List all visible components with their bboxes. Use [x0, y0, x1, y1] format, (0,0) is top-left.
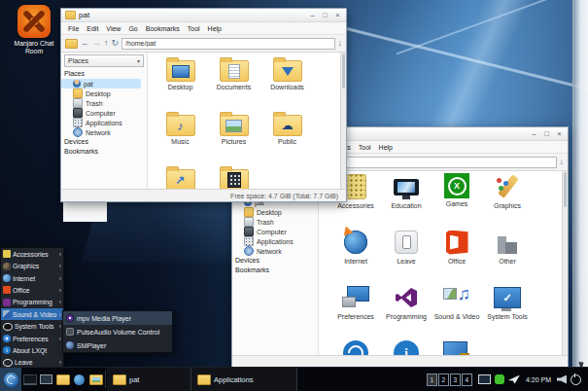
menu-tool[interactable]: Tool [355, 144, 375, 151]
app-graphics[interactable]: Graphics [482, 171, 533, 227]
sidebar-item-trash[interactable]: Trash [232, 217, 312, 227]
notifier-tray-icon[interactable] [495, 374, 504, 384]
taskbar-task-pat[interactable]: pat [107, 368, 191, 391]
wallpaper-beam [325, 22, 588, 98]
menu-item-about-lxqt[interactable]: iAbout LXQt [1, 344, 63, 356]
app-preferences[interactable]: Preferences [330, 282, 381, 338]
menu-item-accessories[interactable]: Accessories› [1, 248, 63, 260]
sidebar-item-desktop[interactable]: Desktop [61, 89, 141, 98]
address-dropdown-button[interactable]: ↓ [338, 39, 343, 48]
sidebar-section-devices[interactable]: Devices [61, 137, 147, 147]
address-bar[interactable] [121, 38, 334, 50]
quicklaunch-file-manager[interactable] [54, 368, 71, 391]
menu-file[interactable]: File [64, 25, 83, 32]
folder-videos[interactable]: Videos [207, 162, 260, 189]
workspace-2[interactable]: 2 [438, 373, 449, 386]
app-other[interactable]: Other [482, 227, 533, 282]
folder-symlink[interactable]: ↗ [154, 162, 207, 189]
folder-pictures[interactable]: Pictures [207, 108, 260, 162]
sidebar-item-network[interactable]: Network [232, 246, 312, 256]
app-universal-access[interactable]: Universal Access [330, 338, 381, 355]
sidebar-section-devices[interactable]: Devices [232, 256, 318, 266]
sidebar-section-bookmarks[interactable]: Bookmarks [61, 147, 147, 157]
app-programming[interactable]: Programming [381, 282, 432, 338]
submenu-item-smplayer[interactable]: SMPlayer [63, 338, 172, 352]
symlink-folder-icon: ↗ [166, 169, 195, 189]
new-folder-button[interactable] [65, 39, 78, 49]
app-leave[interactable]: Leave [381, 227, 432, 282]
places-combo[interactable]: Places ▾ [64, 54, 144, 67]
sidebar-item-applications[interactable]: Applications [61, 118, 141, 127]
up-button[interactable]: ↑ [104, 39, 109, 48]
quicklaunch-laptop[interactable] [21, 368, 38, 391]
menu-item-graphics[interactable]: Graphics› [1, 260, 63, 271]
sidebar-item-applications[interactable]: Applications [232, 236, 312, 246]
folder-icon [244, 207, 254, 217]
display-tray-icon[interactable] [478, 374, 491, 384]
menu-item-system-tools[interactable]: System Tools› [1, 320, 63, 332]
maximize-button[interactable]: □ [542, 129, 551, 138]
menu-tool[interactable]: Tool [184, 25, 204, 32]
scrollbar[interactable] [340, 53, 346, 189]
workspace-4[interactable]: 4 [462, 373, 472, 386]
app-sound-video[interactable]: ♫ Sound & Video [432, 282, 482, 338]
quicklaunch-pictures[interactable] [87, 368, 104, 391]
menu-view[interactable]: View [102, 25, 124, 32]
menu-help[interactable]: Help [375, 144, 397, 151]
app-education[interactable]: Education [381, 171, 432, 227]
app-internet[interactable]: Internet [330, 227, 381, 282]
start-button[interactable] [0, 368, 21, 391]
app-about-lxqt[interactable]: i About LXQt [381, 338, 432, 355]
workspace-1[interactable]: 1 [427, 373, 437, 386]
desktop-shortcut-manjaro-chat-room[interactable]: Manjaro Chat Room [8, 5, 60, 56]
sidebar-item-computer[interactable]: Computer [61, 108, 141, 118]
app-lock-screen[interactable]: Lock Screen [432, 338, 482, 355]
quicklaunch-browser[interactable] [71, 368, 87, 391]
sidebar-item-desktop[interactable]: Desktop [232, 207, 312, 217]
app-system-tools[interactable]: ✓ System Tools [482, 282, 533, 338]
sidebar-item-computer[interactable]: Computer [232, 227, 312, 236]
menu-item-office[interactable]: Office› [1, 284, 63, 296]
clock[interactable]: 4:20 PM [526, 376, 551, 383]
menu-item-sound-video[interactable]: Sound & Video› [1, 308, 63, 320]
submenu-item-mpv[interactable]: mpv Media Player [63, 311, 172, 325]
window-titlebar[interactable]: pat – □ × [61, 9, 346, 22]
tray-shape-icon[interactable] [508, 375, 520, 384]
workspace-3[interactable]: 3 [450, 373, 461, 386]
close-button[interactable]: × [555, 129, 564, 138]
folder-documents[interactable]: Documents [207, 53, 260, 108]
menu-go[interactable]: Go [124, 25, 141, 32]
forward-button[interactable]: → [92, 39, 101, 48]
address-dropdown-button[interactable]: ↓ [560, 158, 565, 166]
menu-edit[interactable]: Edit [83, 25, 102, 32]
submenu-item-pulseaudio[interactable]: PulseAudio Volume Control [63, 325, 172, 338]
preferences-icon [341, 284, 370, 311]
minimize-button[interactable]: – [308, 11, 317, 19]
menu-item-internet[interactable]: Internet› [1, 272, 63, 284]
back-button[interactable]: ← [81, 39, 89, 48]
folder-public[interactable]: ☁ Public [260, 108, 314, 162]
folder-desktop[interactable]: Desktop [154, 53, 207, 108]
refresh-button[interactable]: ↻ [112, 39, 120, 48]
sidebar-section-bookmarks[interactable]: Bookmarks [232, 266, 318, 275]
menu-item-preferences[interactable]: Preferences› [1, 333, 63, 344]
folder-downloads[interactable]: Downloads [260, 53, 314, 108]
sidebar-item-pat[interactable]: pat [61, 79, 141, 89]
close-button[interactable]: × [333, 11, 342, 19]
menu-item-programming[interactable]: Programming› [1, 297, 63, 308]
sidebar-item-trash[interactable]: Trash [61, 98, 141, 108]
menu-bookmarks[interactable]: Bookmarks [142, 25, 184, 32]
app-games[interactable]: X Games [432, 171, 482, 227]
maximize-button[interactable]: □ [321, 11, 329, 19]
app-office[interactable]: Office [432, 227, 482, 282]
quicklaunch-display[interactable] [38, 368, 54, 391]
scrollbar[interactable] [562, 171, 568, 355]
volume-icon[interactable] [557, 375, 567, 384]
folder-music[interactable]: ♪ Music [154, 108, 207, 162]
menu-help[interactable]: Help [204, 25, 225, 32]
lock-screen-icon [442, 339, 471, 355]
minimize-button[interactable]: – [530, 129, 538, 138]
sidebar-item-network[interactable]: Network [61, 127, 141, 137]
power-icon[interactable] [571, 374, 581, 385]
taskbar-task-applications[interactable]: Applications [191, 368, 297, 391]
